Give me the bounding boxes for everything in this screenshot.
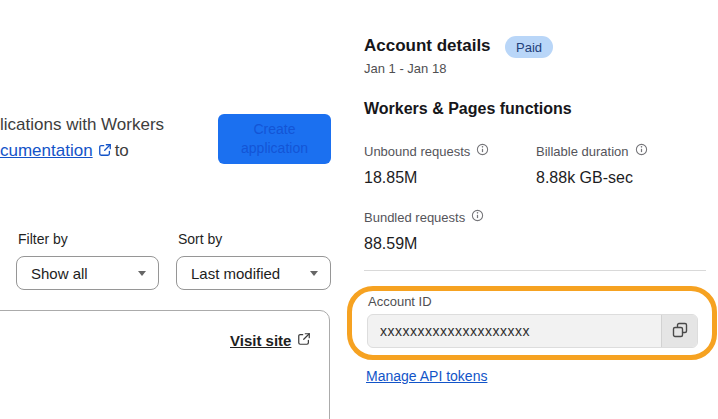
external-link-icon: [297, 332, 311, 349]
intro-text: lications with Workers cumentationto: [0, 112, 164, 165]
visit-site-label: Visit site: [230, 332, 291, 349]
sort-dropdown-value: Last modified: [191, 265, 280, 282]
copy-icon: [672, 322, 688, 341]
info-icon[interactable]: [635, 143, 648, 159]
stat-unbound-requests: Unbound requests 18.85M: [364, 143, 489, 187]
date-range: Jan 1 - Jan 18: [364, 61, 446, 76]
screen: lications with Workers cumentationto Cre…: [0, 0, 718, 419]
stat-billable-duration: Billable duration 8.88k GB-sec: [536, 143, 648, 187]
sort-dropdown[interactable]: Last modified: [176, 256, 331, 290]
application-card: [0, 310, 330, 419]
account-id-label: Account ID: [368, 294, 432, 309]
stat-bundled-requests: Bundled requests 88.59M: [364, 209, 484, 253]
account-details-title: Account details: [364, 36, 491, 56]
section-divider: [364, 270, 706, 271]
account-id-field: [367, 314, 698, 348]
stat-value: 18.85M: [364, 169, 489, 187]
copy-button[interactable]: [661, 315, 697, 347]
create-application-button[interactable]: Create application: [218, 114, 331, 164]
intro-line-2: cumentationto: [0, 138, 164, 165]
stat-value: 88.59M: [364, 235, 484, 253]
workers-pages-functions-title: Workers & Pages functions: [364, 100, 572, 118]
stat-label: Unbound requests: [364, 144, 470, 159]
intro-line-2-suffix: to: [115, 141, 129, 160]
paid-status-badge: Paid: [505, 36, 553, 58]
stat-value: 8.88k GB-sec: [536, 169, 648, 187]
account-id-input[interactable]: [368, 315, 661, 347]
info-icon[interactable]: [476, 143, 489, 159]
external-link-icon: [98, 139, 112, 165]
filter-dropdown-value: Show all: [31, 265, 88, 282]
stat-label: Bundled requests: [364, 210, 465, 225]
intro-line-1: lications with Workers: [0, 112, 164, 138]
visit-site-link[interactable]: Visit site: [230, 332, 311, 349]
stat-label: Billable duration: [536, 144, 629, 159]
chevron-down-icon: [310, 271, 318, 276]
sort-by-label: Sort by: [178, 231, 222, 247]
intro-line-1-text: lications with Workers: [0, 115, 164, 134]
manage-api-tokens-link[interactable]: Manage API tokens: [366, 368, 487, 384]
info-icon[interactable]: [471, 209, 484, 225]
chevron-down-icon: [138, 271, 146, 276]
filter-by-label: Filter by: [18, 231, 68, 247]
documentation-link[interactable]: cumentation: [0, 141, 93, 160]
filter-dropdown[interactable]: Show all: [16, 256, 159, 290]
